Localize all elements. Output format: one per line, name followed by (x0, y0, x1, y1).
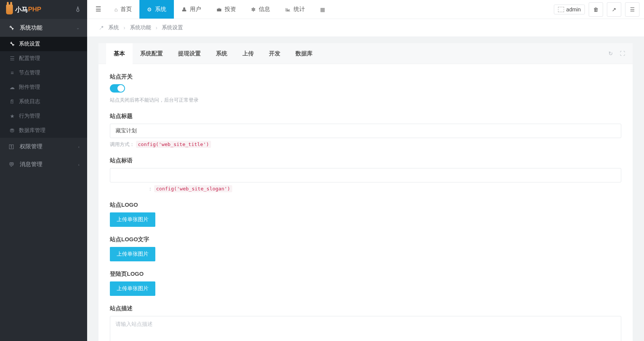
tab-sysconfig[interactable]: 系统配置 (133, 44, 170, 63)
gear-icon: ⚙ (147, 6, 152, 13)
sidebar-item-system-settings[interactable]: 🔧︎ 系统设置 (0, 37, 87, 51)
sidebar-item-attachment-manage[interactable]: ☁ 附件管理 (0, 80, 87, 94)
settings-tabs: 基本 系统配置 提现设置 系统 上传 开发 数据库 ↻ ⛶ (98, 43, 633, 64)
sidebar-item-database-manage[interactable]: ⛃ 数据库管理 (0, 123, 87, 138)
trash-button[interactable]: 🗑︎ (589, 2, 603, 17)
chevron-down-icon: ⌄ (76, 25, 80, 30)
breadcrumb-item[interactable]: 系统功能 (130, 24, 151, 31)
briefcase-icon: 💼︎ (216, 6, 222, 13)
topnav-stats[interactable]: 📊︎统计 (278, 0, 313, 19)
sidebar-item-config-manage[interactable]: ☰ 配置管理 (0, 51, 87, 66)
star-icon: ★ (9, 113, 15, 119)
brand-logo[interactable]: 小马PHP 💧︎ (0, 0, 87, 19)
sidebar-item-label: 行为管理 (19, 113, 40, 119)
sidebar-group-label: 消息管理 (20, 161, 42, 168)
field-login-logo: 登陆页LOGO 上传单张图片 (110, 270, 621, 296)
label-site-switch: 站点开关 (110, 73, 621, 80)
tab-database[interactable]: 数据库 (288, 44, 320, 63)
topnav-system[interactable]: ⚙系统 (139, 0, 174, 19)
label-login-logo: 登陆页LOGO (110, 270, 621, 278)
field-site-switch: 站点开关 站点关闭后将不能访问，后台可正常登录 (110, 73, 621, 104)
hint-site-slogan: ：config('web_site_slogan') (148, 185, 621, 192)
sidebar-group-system-functions[interactable]: 🔧︎ 系统功能 ⌄ (0, 19, 87, 37)
topnav-label: 系统 (155, 6, 166, 13)
sidebar-group-message[interactable]: 💬︎ 消息管理 ‹ (0, 156, 87, 173)
sliders-icon: ☰ (9, 55, 15, 61)
chevron-right-icon: › (156, 25, 158, 31)
cloud-icon: ☁ (9, 84, 15, 90)
field-site-slogan: 站点标语 ：config('web_site_slogan') (110, 157, 621, 192)
label-site-logo: 站点LOGO (110, 201, 621, 209)
upload-site-logo-button[interactable]: 上传单张图片 (110, 212, 155, 227)
field-site-logo-text: 站点LOGO文字 上传单张图片 (110, 236, 621, 261)
external-button[interactable]: ↗ (607, 2, 621, 17)
brand-text-2: PHP (28, 6, 41, 13)
sidebar-item-label: 系统日志 (19, 98, 40, 105)
wrench-icon: 🔧︎ (8, 25, 15, 31)
textarea-site-desc[interactable] (110, 316, 621, 341)
chevron-left-icon: ‹ (78, 145, 80, 149)
user-menu[interactable]: admin (554, 5, 585, 14)
sidebar-group-label: 系统功能 (20, 24, 42, 31)
topnav-label: 首页 (120, 6, 132, 13)
home-icon: ⌂ (114, 6, 117, 13)
sidebar-group-permission[interactable]: ⚿ 权限管理 ‹ (0, 138, 87, 156)
breadcrumb-item[interactable]: 系统设置 (162, 24, 183, 31)
main-area: ☰ ⌂首页 ⚙系统 👤︎用户 💼︎投资 ✽信息 📊︎统计 ▦ admin 🗑︎ … (87, 0, 644, 341)
topnav-label: 信息 (259, 6, 270, 13)
tab-upload[interactable]: 上传 (235, 44, 261, 63)
toggle-sidebar-button[interactable]: ☰ (92, 5, 105, 13)
input-site-title[interactable] (110, 124, 621, 138)
sidebar-item-label: 数据库管理 (19, 127, 45, 134)
mascot-icon (6, 5, 13, 14)
field-site-title: 站点标题 调用方式：config('web_site_title') (110, 113, 621, 148)
user-name: admin (566, 6, 581, 13)
file-icon: 📄︎ (9, 99, 15, 105)
topnav-label: 用户 (190, 6, 201, 13)
topnav-user[interactable]: 👤︎用户 (174, 0, 209, 19)
label-site-desc: 站点描述 (110, 305, 621, 312)
top-nav: ⌂首页 ⚙系统 👤︎用户 💼︎投资 ✽信息 📊︎统计 ▦ (107, 0, 333, 19)
sidebar-item-node-manage[interactable]: ≡ 节点管理 (0, 66, 87, 80)
sparkle-icon: ✽ (251, 6, 256, 13)
breadcrumb-item[interactable]: 系统 (108, 24, 119, 31)
hint-site-title: 调用方式：config('web_site_title') (110, 141, 621, 148)
droplet-icon[interactable]: 💧︎ (75, 6, 81, 13)
hint-site-switch: 站点关闭后将不能访问，后台可正常登录 (110, 97, 621, 104)
upload-login-logo-button[interactable]: 上传单张图片 (110, 281, 155, 296)
grid-icon: ▦ (320, 6, 325, 13)
breadcrumb: 📍︎ 系统 › 系统功能 › 系统设置 (87, 19, 644, 36)
sidebar-item-behavior-manage[interactable]: ★ 行为管理 (0, 109, 87, 123)
tab-withdraw[interactable]: 提现设置 (170, 44, 208, 63)
topnav-invest[interactable]: 💼︎投资 (209, 0, 244, 19)
key-icon: ⚿ (8, 143, 15, 150)
bar-chart-icon: 📊︎ (285, 6, 291, 13)
sidebar-item-system-log[interactable]: 📄︎ 系统日志 (0, 94, 87, 109)
label-site-title: 站点标题 (110, 113, 621, 120)
input-site-slogan[interactable] (110, 168, 621, 182)
sidebar-item-label: 节点管理 (19, 69, 40, 76)
refresh-icon[interactable]: ↻ (608, 50, 613, 57)
tab-dev[interactable]: 开发 (261, 44, 288, 63)
pin-icon: 📍︎ (98, 25, 104, 31)
label-site-logo-text: 站点LOGO文字 (110, 236, 621, 243)
topnav-apps[interactable]: ▦ (313, 0, 333, 19)
topnav-info[interactable]: ✽信息 (244, 0, 278, 19)
topnav-home[interactable]: ⌂首页 (107, 0, 139, 19)
chevron-left-icon: ‹ (78, 162, 80, 167)
tab-basic[interactable]: 基本 (106, 43, 133, 64)
sidebar-item-label: 附件管理 (19, 84, 40, 91)
settings-panel: 基本 系统配置 提现设置 系统 上传 开发 数据库 ↻ ⛶ 站点开关 (98, 43, 633, 341)
settings-form: 站点开关 站点关闭后将不能访问，后台可正常登录 站点标题 调用方式：config… (98, 64, 633, 341)
topnav-label: 统计 (294, 6, 305, 13)
sidebar-item-label: 系统设置 (19, 41, 40, 47)
chevron-right-icon: › (123, 25, 125, 31)
menu-button[interactable]: ☰ (625, 2, 639, 17)
content-scroll[interactable]: 基本 系统配置 提现设置 系统 上传 开发 数据库 ↻ ⛶ 站点开关 (87, 36, 644, 341)
upload-site-logo-text-button[interactable]: 上传单张图片 (110, 247, 155, 261)
field-site-logo: 站点LOGO 上传单张图片 (110, 201, 621, 227)
tab-system[interactable]: 系统 (208, 44, 235, 63)
fullscreen-icon[interactable]: ⛶ (620, 50, 625, 57)
wrench-icon: 🔧︎ (9, 41, 15, 47)
toggle-site-switch[interactable] (110, 84, 125, 93)
